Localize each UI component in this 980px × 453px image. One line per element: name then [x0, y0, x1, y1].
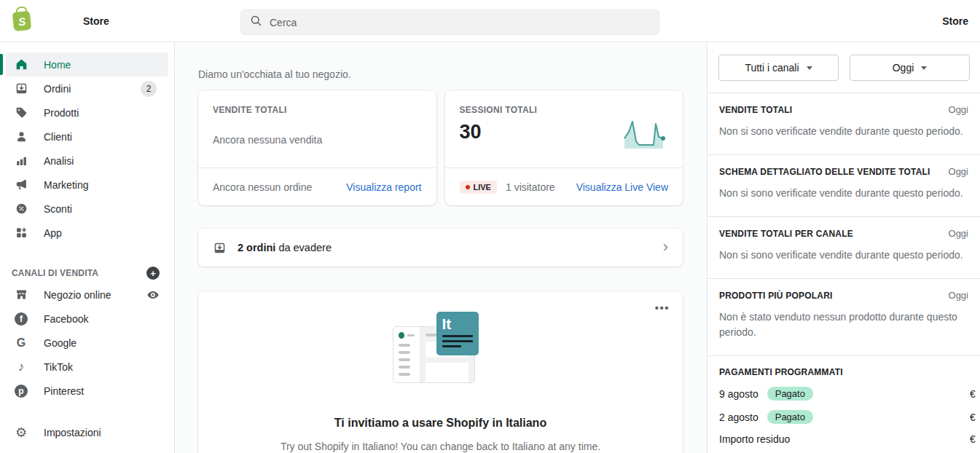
storefront-icon: [15, 288, 28, 302]
pinterest-icon: [15, 385, 28, 398]
sidebar-item-negozio-online[interactable]: Negozio online: [6, 283, 168, 307]
chevron-right-icon: [663, 239, 668, 255]
italian-language-badge: It: [436, 312, 479, 355]
tiktok-icon: [15, 361, 28, 374]
no-orders-text: Ancora nessun ordine: [213, 181, 312, 193]
sidebar-item-app[interactable]: App: [6, 221, 168, 245]
topbar-left: S Store: [0, 12, 175, 31]
payment-row: 2 agosto Pagato €: [719, 410, 968, 424]
live-badge: LIVE: [460, 181, 497, 194]
sidebar-item-tiktok[interactable]: TikTok: [6, 355, 168, 379]
payment-amount: €: [970, 411, 976, 423]
facebook-icon: [15, 312, 28, 326]
sidebar-item-sconti[interactable]: Sconti: [6, 197, 168, 221]
sessions-sparkline-chart: [623, 117, 668, 153]
card-title: VENDITE TOTALI: [213, 105, 422, 115]
google-icon: [15, 336, 28, 350]
chevron-down-icon: [807, 66, 812, 70]
sidebar-item-analisi[interactable]: Analisi: [6, 149, 168, 173]
shopify-logo-icon: S: [12, 10, 32, 31]
paid-status-badge: Pagato: [767, 387, 813, 401]
sidebar: Home Ordini 2 Prodotti Clienti Analisi: [0, 42, 175, 453]
payment-amount: €: [970, 388, 976, 400]
megaphone-icon: [15, 178, 28, 192]
orders-icon: [15, 82, 28, 95]
card-title: SESSIONI TOTALI: [460, 105, 669, 115]
sidebar-item-marketing[interactable]: Marketing: [6, 173, 168, 197]
search-bar[interactable]: [240, 9, 659, 35]
language-illustration: It: [393, 312, 489, 385]
sales-channels-header: CANALI DI VENDITA: [6, 267, 168, 280]
language-suggestion-card: It Ti invitiamo a usare Shopify in Itali…: [198, 291, 683, 453]
account-menu[interactable]: Store: [942, 15, 980, 27]
payment-row: Importo residuo €: [719, 433, 968, 445]
person-icon: [15, 130, 28, 143]
sidebar-item-prodotti[interactable]: Prodotti: [6, 101, 168, 125]
live-dot-icon: [466, 185, 470, 189]
orders-icon: [213, 241, 226, 254]
visitors-text: 1 visitatore: [506, 181, 555, 193]
panel-section-vendite-canale: VENDITE TOTALI PER CANALE Oggi Non si so…: [707, 217, 980, 279]
more-options-button dots-icon[interactable]: [655, 302, 670, 314]
panel-section-schema-vendite: SCHEMA DETTAGLIATO DELLE VENDITE TOTALI …: [707, 155, 980, 217]
bar-chart-icon: [15, 154, 28, 168]
orders-to-fulfill-row[interactable]: 2 ordini da evadere: [198, 229, 683, 267]
sidebar-item-google[interactable]: Google: [6, 331, 168, 355]
payment-amount: €: [970, 433, 976, 445]
language-card-title: Ti invitiamo a usare Shopify in Italiano: [213, 417, 668, 430]
total-sales-card: VENDITE TOTALI Ancora nessuna vendita An…: [198, 90, 436, 205]
search-input[interactable]: [270, 17, 650, 28]
analytics-panel: Tutti i canali Oggi VENDITE TOTALI Oggi …: [707, 42, 980, 453]
sidebar-item-home[interactable]: Home: [6, 52, 168, 76]
total-sessions-card: SESSIONI TOTALI 30 LIVE 1 visitat: [445, 90, 683, 205]
tag-icon: [15, 106, 28, 119]
panel-section-pagamenti: PAGAMENTI PROGRAMMATI 9 agosto Pagato € …: [707, 356, 980, 453]
sidebar-item-pinterest[interactable]: Pinterest: [6, 379, 168, 403]
chevron-down-icon: [921, 66, 927, 70]
payment-row: 9 agosto Pagato €: [719, 387, 968, 401]
panel-section-prodotti-popolari: PRODOTTI PIÙ POPOLARI Oggi Non è stato v…: [707, 279, 980, 356]
search-icon: [250, 15, 262, 30]
no-sales-text: Ancora nessuna vendita: [213, 134, 422, 146]
sidebar-spacer: [0, 403, 174, 420]
language-card-subtitle: Try out Shopify in Italiano! You can cha…: [213, 441, 668, 452]
view-live-view-link[interactable]: Visualizza Live View: [576, 181, 668, 193]
orders-row-text: 2 ordini da evadere: [238, 242, 332, 253]
sidebar-item-impostazioni[interactable]: Impostazioni: [6, 420, 168, 444]
paid-status-badge: Pagato: [767, 410, 813, 424]
orders-count-badge: 2: [141, 81, 157, 97]
date-filter-dropdown[interactable]: Oggi: [850, 55, 970, 81]
main-content: Diamo un'occhiata al tuo negozio. VENDIT…: [175, 42, 707, 453]
greeting-text: Diamo un'occhiata al tuo negozio.: [198, 68, 683, 80]
add-channel-button plus-icon[interactable]: [146, 267, 160, 280]
store-name: Store: [83, 15, 109, 27]
sidebar-item-facebook[interactable]: Facebook: [6, 307, 168, 331]
gear-icon: [15, 426, 28, 439]
apps-icon: [15, 227, 28, 240]
eye-icon[interactable]: [146, 288, 160, 302]
topbar: S Store Store: [0, 0, 980, 42]
view-report-link[interactable]: Visualizza report: [346, 181, 421, 193]
home-icon: [15, 58, 28, 71]
sidebar-item-ordini[interactable]: Ordini 2: [6, 76, 168, 101]
panel-section-vendite-totali: VENDITE TOTALI Oggi Non si sono verifica…: [707, 93, 980, 155]
channel-filter-dropdown[interactable]: Tutti i canali: [718, 55, 839, 81]
sidebar-item-clienti[interactable]: Clienti: [6, 125, 168, 149]
discount-icon: [15, 202, 28, 216]
